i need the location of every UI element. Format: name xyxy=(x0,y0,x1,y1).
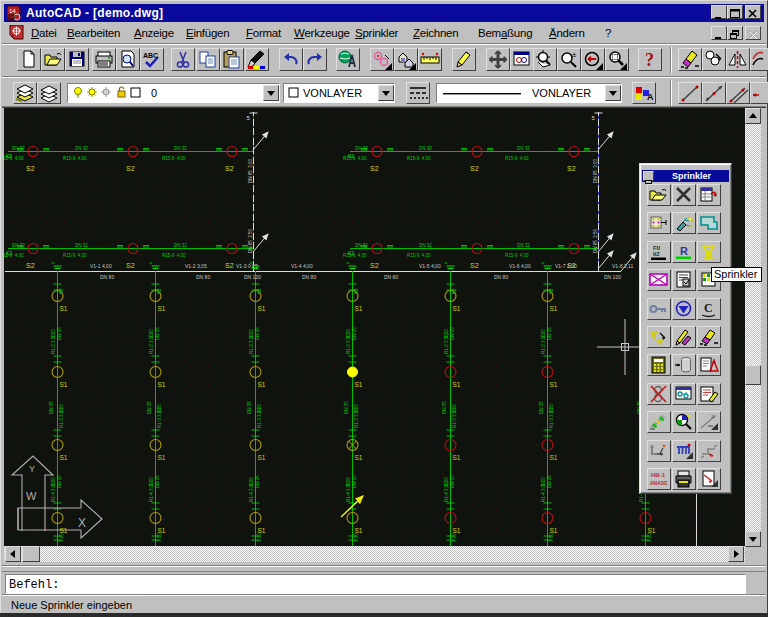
svg-text:DN 25: DN 25 xyxy=(247,401,252,414)
svg-text:A: A xyxy=(712,358,716,364)
svg-text:S1: S1 xyxy=(355,381,363,388)
svg-text:3,00: 3,00 xyxy=(257,404,262,413)
svg-text:S1: S1 xyxy=(453,381,461,388)
svg-text:DN 25: DN 25 xyxy=(450,327,455,340)
svg-text:R15-9 4,00: R15-9 4,00 xyxy=(162,156,186,161)
svg-text:S1: S1 xyxy=(158,305,166,312)
svg-text:S1: S1 xyxy=(355,527,363,534)
svg-text:S1: S1 xyxy=(355,454,363,461)
svg-text:±: ± xyxy=(572,50,577,59)
svg-text:R15-9 4,00: R15-9 4,00 xyxy=(63,156,87,161)
svg-text:DN 80: DN 80 xyxy=(494,274,508,280)
svg-text:V1-4 4,00: V1-4 4,00 xyxy=(291,263,313,269)
svg-text:DN 25: DN 25 xyxy=(57,475,62,488)
svg-text:K2: K2 xyxy=(59,288,64,294)
svg-text:ANASE: ANASE xyxy=(650,480,668,486)
svg-text:?: ? xyxy=(645,50,654,70)
svg-text:S2: S2 xyxy=(567,165,576,172)
svg-text:3,00: 3,00 xyxy=(51,329,56,338)
svg-text:R15-9 4,00: R15-9 4,00 xyxy=(63,253,87,258)
svg-text:V1-1 4,00: V1-1 4,00 xyxy=(90,263,112,269)
svg-text:S2: S2 xyxy=(26,165,35,172)
svg-text:V1-2 3,05: V1-2 3,05 xyxy=(185,263,207,269)
svg-text:3,00: 3,00 xyxy=(249,477,254,486)
svg-text:3,00: 3,00 xyxy=(346,477,351,486)
svg-text:S1: S1 xyxy=(60,381,68,388)
svg-text:S1: S1 xyxy=(453,527,461,534)
svg-text:S1: S1 xyxy=(453,305,461,312)
svg-text:R15-9 4,00: R15-9 4,00 xyxy=(162,253,186,258)
svg-text:R15-9 4,00: R15-9 4,00 xyxy=(343,253,367,258)
svg-text:DN 100: DN 100 xyxy=(604,274,621,280)
svg-text:w: w xyxy=(347,260,350,265)
svg-text:3,00: 3,00 xyxy=(549,533,554,542)
svg-text:DN 25: DN 25 xyxy=(49,401,54,414)
svg-text:DN 32: DN 32 xyxy=(75,243,88,248)
svg-text:Y: Y xyxy=(29,464,35,474)
svg-text:R15-9 4,00: R15-9 4,00 xyxy=(407,253,431,258)
svg-text:DN 25: DN 25 xyxy=(547,327,552,340)
svg-text:DN 25: DN 25 xyxy=(539,401,544,414)
svg-text:3,00: 3,00 xyxy=(157,533,162,542)
svg-text:DN 25: DN 25 xyxy=(255,327,260,340)
svg-text:3,00: 3,00 xyxy=(157,404,162,413)
svg-text:V1-6 4,00: V1-6 4,00 xyxy=(509,263,531,269)
svg-text:DN 65 2,50: DN 65 2,50 xyxy=(248,228,253,253)
svg-text:R15-9 4,00: R15-9 4,00 xyxy=(505,156,529,161)
svg-text:DN 32: DN 32 xyxy=(517,146,530,151)
svg-text:DN 80: DN 80 xyxy=(196,274,210,280)
svg-text:3,00: 3,00 xyxy=(257,533,262,542)
svg-text:3,00: 3,00 xyxy=(647,533,652,542)
svg-text:3,00: 3,00 xyxy=(149,477,154,486)
svg-text:S1: S1 xyxy=(258,454,266,461)
svg-text:HZ: HZ xyxy=(653,251,661,258)
svg-text:DN 25: DN 25 xyxy=(155,475,160,488)
svg-text:3,00: 3,00 xyxy=(549,404,554,413)
svg-text:K2: K2 xyxy=(257,288,262,294)
svg-text:DN 25: DN 25 xyxy=(352,327,357,340)
svg-text:3,00: 3,00 xyxy=(452,533,457,542)
svg-text:K2: K2 xyxy=(157,288,162,294)
svg-text:DN 32: DN 32 xyxy=(419,243,432,248)
svg-text:3,00: 3,00 xyxy=(59,533,64,542)
svg-text:R15-9 4,00: R15-9 4,00 xyxy=(505,253,529,258)
svg-text:R: R xyxy=(680,245,688,257)
svg-text:S1: S1 xyxy=(258,527,266,534)
svg-text:3,00: 3,00 xyxy=(354,533,359,542)
svg-text:DN 32: DN 32 xyxy=(419,146,432,151)
svg-text:S1: S1 xyxy=(158,454,166,461)
svg-text:3,00: 3,00 xyxy=(444,329,449,338)
svg-text:K2: K2 xyxy=(452,288,457,294)
svg-text:DN 32: DN 32 xyxy=(517,243,530,248)
svg-text:3,00: 3,00 xyxy=(444,477,449,486)
svg-text:w: w xyxy=(250,260,253,265)
svg-text:S1: S1 xyxy=(158,381,166,388)
svg-text:w: w xyxy=(445,260,448,265)
svg-text:3,00: 3,00 xyxy=(51,477,56,486)
svg-text:3,00: 3,00 xyxy=(149,329,154,338)
svg-text:DN 100: DN 100 xyxy=(244,274,261,280)
svg-text:14: 14 xyxy=(9,8,16,14)
svg-text:w: w xyxy=(542,260,545,265)
svg-text:3,00: 3,00 xyxy=(541,477,546,486)
svg-text:3,00: 3,00 xyxy=(59,404,64,413)
svg-text:S1: S1 xyxy=(550,527,558,534)
svg-text:HB-1: HB-1 xyxy=(651,472,666,478)
svg-text:W: W xyxy=(26,490,37,502)
svg-text:DN 80: DN 80 xyxy=(384,274,398,280)
svg-text:DN 32: DN 32 xyxy=(75,146,88,151)
svg-text:V1-5 4,00: V1-5 4,00 xyxy=(419,263,441,269)
svg-text:V1-7 2,00: V1-7 2,00 xyxy=(555,263,577,269)
svg-text:3,00: 3,00 xyxy=(541,329,546,338)
svg-text:S1: S1 xyxy=(258,305,266,312)
svg-text:K2: K2 xyxy=(6,153,12,159)
svg-text:K2: K2 xyxy=(354,288,359,294)
svg-text:X: X xyxy=(78,516,86,530)
svg-text:A: A xyxy=(647,92,654,102)
svg-text:K2: K2 xyxy=(348,153,354,159)
svg-text:DN 25: DN 25 xyxy=(147,401,152,414)
svg-text:S2: S2 xyxy=(370,165,379,172)
svg-text:S2: S2 xyxy=(126,262,135,269)
svg-text:DN 25: DN 25 xyxy=(352,475,357,488)
svg-text:S1: S1 xyxy=(355,305,363,312)
